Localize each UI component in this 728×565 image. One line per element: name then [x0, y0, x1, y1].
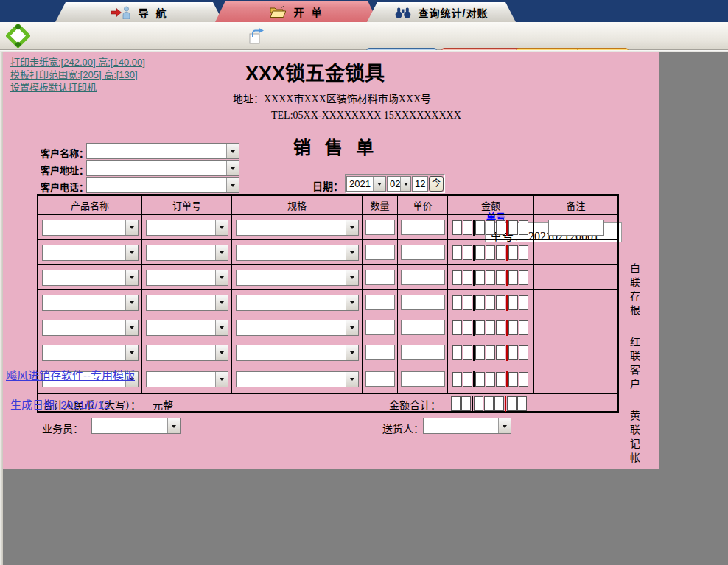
chevron-down-icon[interactable]	[125, 295, 138, 310]
copy-white-stub: 白联存根	[626, 263, 641, 319]
quantity-input[interactable]	[365, 270, 395, 285]
chevron-down-icon[interactable]	[215, 245, 228, 260]
chevron-down-icon[interactable]	[346, 245, 358, 260]
order-no-select[interactable]	[146, 371, 228, 387]
invoice-sheet: 打印走纸宽:[242.00] 高:[140.00] 模板打印范围宽:[205] …	[3, 52, 659, 469]
column-header: 备注	[534, 196, 617, 214]
spec-select[interactable]	[236, 345, 359, 361]
remark-input[interactable]	[548, 220, 604, 236]
order-no-select[interactable]	[146, 220, 228, 236]
chevron-down-icon[interactable]	[125, 245, 138, 260]
order-no-select[interactable]	[146, 245, 228, 261]
company-tel: TEL:05XX-XXXXXXXX 15XXXXXXXXX	[271, 110, 461, 122]
customer-addr-label: 客户地址：	[41, 163, 88, 177]
unit-price-input[interactable]	[401, 295, 445, 310]
delivery-select[interactable]	[423, 418, 511, 434]
chevron-down-icon[interactable]	[215, 345, 228, 360]
chevron-down-icon[interactable]	[373, 177, 385, 191]
product-select[interactable]	[42, 220, 139, 236]
chevron-down-icon[interactable]	[226, 178, 239, 192]
chevron-down-icon[interactable]	[215, 270, 228, 285]
unit-price-input[interactable]	[401, 220, 445, 235]
customer-tel-label: 客户电话：	[41, 180, 88, 194]
generated-date-link[interactable]: 生成日期: 2021/2/12	[10, 396, 110, 412]
tab-bar: 导 航 开 单	[0, 0, 728, 22]
chevron-down-icon[interactable]	[167, 418, 180, 433]
spec-select[interactable]	[236, 220, 359, 236]
product-select[interactable]	[42, 270, 139, 286]
unit-price-input[interactable]	[401, 270, 445, 285]
quantity-input[interactable]	[365, 220, 395, 235]
product-select[interactable]	[42, 295, 139, 311]
quantity-input[interactable]	[365, 245, 395, 260]
order-no-select[interactable]	[146, 295, 228, 311]
order-no-select[interactable]	[146, 345, 228, 361]
quantity-input[interactable]	[365, 295, 395, 310]
chevron-down-icon[interactable]	[215, 295, 228, 310]
spec-select[interactable]	[236, 320, 359, 336]
product-select[interactable]	[42, 245, 139, 261]
tab-label: 查询统计/对账	[419, 5, 489, 20]
unit-price-input[interactable]	[401, 320, 445, 335]
form-title: 销 售 单	[293, 133, 378, 159]
customer-name-select[interactable]	[86, 143, 239, 159]
spec-select[interactable]	[236, 295, 359, 311]
product-select[interactable]	[42, 320, 139, 336]
chevron-down-icon[interactable]	[346, 372, 358, 387]
company-title: XXX锁五金锁具	[245, 57, 385, 86]
day-field[interactable]: 12	[412, 176, 428, 192]
chevron-down-icon[interactable]	[346, 220, 358, 235]
toolbar: 打印偏移左右 毫米 打印偏移上下 毫米 旋转打印 批量设置字体 调整打印偏移说明…	[0, 22, 728, 50]
tab-navigation[interactable]: 导 航	[55, 2, 223, 22]
month-select[interactable]: 02	[387, 176, 411, 192]
total-words-value: 元整	[153, 400, 173, 411]
table-row	[38, 265, 617, 290]
chevron-down-icon[interactable]	[498, 418, 511, 433]
customer-tel-select[interactable]	[86, 177, 239, 193]
chevron-down-icon[interactable]	[346, 320, 358, 335]
chevron-down-icon[interactable]	[125, 320, 138, 335]
order-no-select[interactable]	[146, 270, 228, 286]
amount-digit-boxes	[452, 245, 529, 261]
product-select[interactable]	[42, 345, 139, 361]
chevron-down-icon[interactable]	[125, 270, 138, 285]
year-select[interactable]: 2021	[346, 176, 386, 192]
chevron-down-icon[interactable]	[215, 220, 228, 235]
total-amount-digit-boxes	[451, 396, 528, 412]
chevron-down-icon[interactable]	[346, 345, 358, 360]
column-header: 数量	[363, 196, 398, 214]
chevron-down-icon[interactable]	[215, 372, 228, 387]
tab-billing[interactable]: 开 单	[215, 1, 378, 22]
quantity-input[interactable]	[365, 371, 395, 387]
unit-price-input[interactable]	[401, 245, 445, 260]
tab-query-stats[interactable]: 查询统计/对账	[367, 2, 516, 22]
nav-arrow-person-icon	[111, 6, 131, 19]
rotate-print-icon	[248, 27, 265, 48]
spec-select[interactable]	[236, 270, 359, 286]
amount-digit-boxes	[452, 295, 529, 311]
unit-price-input[interactable]	[401, 345, 445, 360]
spec-select[interactable]	[236, 245, 359, 261]
spec-select[interactable]	[236, 371, 359, 387]
total-amount-label: 金额合计：	[389, 397, 441, 412]
quantity-input[interactable]	[365, 345, 395, 360]
salesman-select[interactable]	[91, 418, 181, 434]
chevron-down-icon[interactable]	[226, 144, 239, 158]
date-label: 日期：	[312, 178, 343, 193]
order-no-select[interactable]	[146, 320, 228, 336]
customer-addr-select[interactable]	[86, 160, 239, 176]
default-printer-link[interactable]: 设置模板默认打印机	[10, 80, 97, 94]
delivery-label: 送货人：	[382, 421, 424, 435]
chevron-down-icon[interactable]	[125, 345, 138, 360]
chevron-down-icon[interactable]	[226, 161, 239, 175]
quantity-input[interactable]	[365, 320, 395, 335]
amount-digit-boxes	[452, 320, 529, 336]
chevron-down-icon[interactable]	[346, 295, 358, 310]
unit-price-input[interactable]	[401, 371, 445, 387]
chevron-down-icon[interactable]	[400, 177, 410, 191]
chevron-down-icon[interactable]	[346, 270, 358, 285]
chevron-down-icon[interactable]	[215, 320, 228, 335]
software-template-link[interactable]: 飚风进销存软件--专用模版	[6, 367, 135, 382]
today-button[interactable]: 今	[429, 176, 444, 192]
chevron-down-icon[interactable]	[125, 220, 138, 235]
